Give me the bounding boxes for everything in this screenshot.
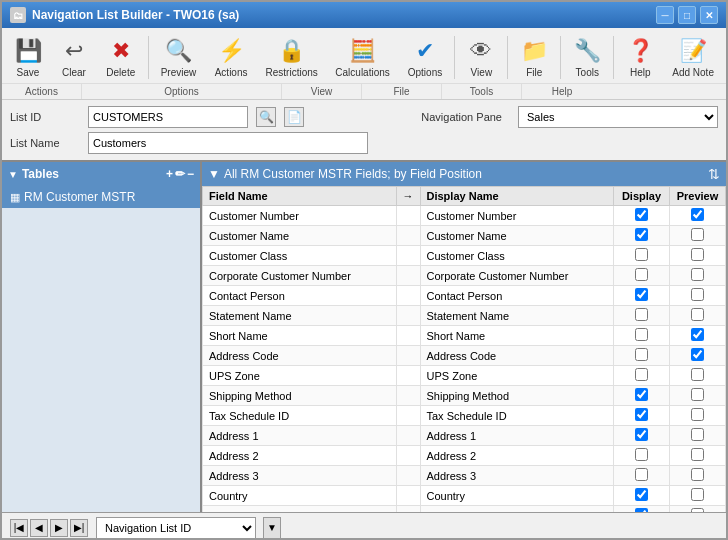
fields-expand-arrow[interactable]: ▼ [208, 167, 220, 181]
preview-checkbox[interactable] [691, 348, 704, 361]
table-row[interactable]: Corporate Customer Number Corporate Cust… [203, 266, 726, 286]
display-checkbox-cell[interactable] [614, 306, 670, 326]
tables-remove-icon[interactable]: − [187, 167, 194, 181]
view-button[interactable]: 👁 View [459, 32, 503, 83]
display-checkbox-cell[interactable] [614, 266, 670, 286]
display-checkbox-cell[interactable] [614, 286, 670, 306]
file-button[interactable]: 📁 File [512, 32, 556, 83]
list-id-add-button[interactable]: 📄 [284, 107, 304, 127]
display-checkbox-cell[interactable] [614, 426, 670, 446]
display-checkbox[interactable] [635, 328, 648, 341]
nav-next-button[interactable]: ▶ [50, 519, 68, 537]
preview-checkbox[interactable] [691, 468, 704, 481]
table-row[interactable]: Address 3 Address 3 [203, 466, 726, 486]
table-row[interactable]: Customer Class Customer Class [203, 246, 726, 266]
preview-checkbox[interactable] [691, 388, 704, 401]
preview-checkbox[interactable] [691, 248, 704, 261]
preview-checkbox-cell[interactable] [670, 286, 726, 306]
tables-add-icon[interactable]: + [166, 167, 173, 181]
display-checkbox-cell[interactable] [614, 386, 670, 406]
preview-checkbox[interactable] [691, 308, 704, 321]
display-checkbox[interactable] [635, 368, 648, 381]
preview-checkbox-cell[interactable] [670, 386, 726, 406]
preview-checkbox-cell[interactable] [670, 226, 726, 246]
preview-checkbox[interactable] [691, 448, 704, 461]
table-row[interactable]: Contact Person Contact Person [203, 286, 726, 306]
tools-button[interactable]: 🔧 Tools [565, 32, 609, 83]
preview-checkbox[interactable] [691, 408, 704, 421]
tables-edit-icon[interactable]: ✏ [175, 167, 185, 181]
list-id-search-button[interactable]: 🔍 [256, 107, 276, 127]
minimize-button[interactable]: ─ [656, 6, 674, 24]
delete-button[interactable]: ✖ Delete [98, 32, 144, 83]
preview-checkbox[interactable] [691, 228, 704, 241]
table-row[interactable]: Address 1 Address 1 [203, 426, 726, 446]
maximize-button[interactable]: □ [678, 6, 696, 24]
display-checkbox-cell[interactable] [614, 366, 670, 386]
calculations-button[interactable]: 🧮 Calculations [328, 32, 398, 83]
fields-sort-icon[interactable]: ⇅ [708, 166, 720, 182]
preview-checkbox[interactable] [691, 208, 704, 221]
preview-checkbox-cell[interactable] [670, 486, 726, 506]
nav-dropdown-arrow[interactable]: ▼ [263, 517, 281, 539]
tables-expand-arrow[interactable]: ▼ [8, 169, 18, 180]
table-row[interactable]: City City [203, 506, 726, 513]
display-checkbox[interactable] [635, 408, 648, 421]
preview-checkbox-cell[interactable] [670, 426, 726, 446]
preview-checkbox[interactable] [691, 268, 704, 281]
display-checkbox[interactable] [635, 428, 648, 441]
save-button[interactable]: 💾 Save [6, 32, 50, 83]
display-checkbox[interactable] [635, 488, 648, 501]
display-checkbox[interactable] [635, 268, 648, 281]
table-row[interactable]: Country Country [203, 486, 726, 506]
display-checkbox[interactable] [635, 468, 648, 481]
preview-checkbox-cell[interactable] [670, 466, 726, 486]
preview-checkbox-cell[interactable] [670, 306, 726, 326]
display-checkbox-cell[interactable] [614, 246, 670, 266]
table-row[interactable]: Customer Name Customer Name [203, 226, 726, 246]
display-checkbox[interactable] [635, 308, 648, 321]
display-checkbox-cell[interactable] [614, 486, 670, 506]
table-row[interactable]: UPS Zone UPS Zone [203, 366, 726, 386]
preview-checkbox[interactable] [691, 508, 704, 512]
preview-button[interactable]: 🔍 Preview [153, 32, 205, 83]
list-name-input[interactable] [88, 132, 368, 154]
preview-checkbox[interactable] [691, 428, 704, 441]
table-row[interactable]: Short Name Short Name [203, 326, 726, 346]
display-checkbox[interactable] [635, 348, 648, 361]
restrictions-button[interactable]: 🔒 Restrictions [258, 32, 326, 83]
display-checkbox-cell[interactable] [614, 506, 670, 513]
navigation-pane-select[interactable]: Sales [518, 106, 718, 128]
preview-checkbox[interactable] [691, 488, 704, 501]
table-row[interactable]: Tax Schedule ID Tax Schedule ID [203, 406, 726, 426]
table-row[interactable]: Statement Name Statement Name [203, 306, 726, 326]
preview-checkbox-cell[interactable] [670, 206, 726, 226]
close-button[interactable]: ✕ [700, 6, 718, 24]
display-checkbox-cell[interactable] [614, 326, 670, 346]
display-checkbox-cell[interactable] [614, 226, 670, 246]
preview-checkbox-cell[interactable] [670, 346, 726, 366]
preview-checkbox-cell[interactable] [670, 506, 726, 513]
nav-list-select[interactable]: Navigation List ID [96, 517, 256, 539]
display-checkbox[interactable] [635, 388, 648, 401]
preview-checkbox[interactable] [691, 368, 704, 381]
addnote-button[interactable]: 📝 Add Note [664, 32, 722, 83]
preview-checkbox-cell[interactable] [670, 246, 726, 266]
nav-last-button[interactable]: ▶| [70, 519, 88, 537]
preview-checkbox[interactable] [691, 288, 704, 301]
display-checkbox[interactable] [635, 248, 648, 261]
nav-first-button[interactable]: |◀ [10, 519, 28, 537]
display-checkbox[interactable] [635, 208, 648, 221]
preview-checkbox-cell[interactable] [670, 406, 726, 426]
display-checkbox[interactable] [635, 288, 648, 301]
list-id-input[interactable] [88, 106, 248, 128]
preview-checkbox-cell[interactable] [670, 446, 726, 466]
display-checkbox[interactable] [635, 448, 648, 461]
preview-checkbox-cell[interactable] [670, 326, 726, 346]
clear-button[interactable]: ↩ Clear [52, 32, 96, 83]
table-row[interactable]: Customer Number Customer Number [203, 206, 726, 226]
display-checkbox-cell[interactable] [614, 466, 670, 486]
display-checkbox-cell[interactable] [614, 206, 670, 226]
table-row[interactable]: Address 2 Address 2 [203, 446, 726, 466]
table-row[interactable]: Shipping Method Shipping Method [203, 386, 726, 406]
